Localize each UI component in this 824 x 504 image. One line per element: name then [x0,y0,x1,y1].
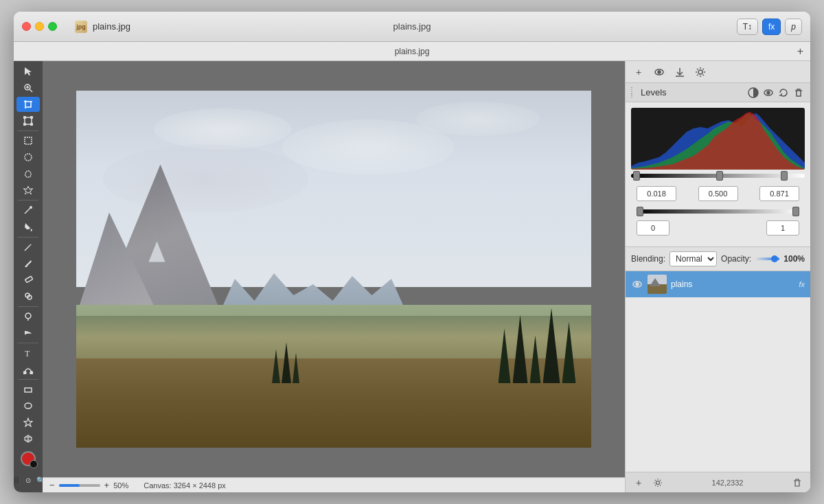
traffic-lights [22,22,57,31]
canvas-area[interactable]: − + 50% Canvas: 3264 × 2448 px [43,61,625,492]
levels-reset-button[interactable] [777,87,790,99]
tool-circle-mini[interactable]: ⊙ [23,474,34,487]
background-color[interactable] [30,460,38,468]
panel-settings-button[interactable] [693,65,708,80]
layers-bottom: + 142,2332 [626,472,810,492]
tool-select[interactable] [16,64,40,80]
panel-download-button[interactable] [672,65,687,80]
tool-clone[interactable] [16,288,40,304]
tool-paintbrush[interactable] [16,255,40,271]
svg-point-29 [25,403,32,409]
main-area: T [14,61,810,492]
trees-right [499,308,576,383]
tool-black-white[interactable]: ⬛ [14,474,21,487]
output-black-handle[interactable] [637,207,643,216]
levels-mid-input[interactable] [698,186,738,201]
svg-line-17 [25,208,30,214]
zoom-percent: 50% [113,481,128,490]
output-white-input[interactable] [766,220,799,236]
output-levels [631,204,805,241]
histogram-container [626,102,810,247]
tool-separator-3 [18,237,38,238]
tool-smudge[interactable] [16,325,40,341]
output-black-input[interactable] [637,220,670,236]
input-black-handle[interactable] [633,171,640,181]
levels-black-input[interactable] [637,186,676,201]
levels-drag-handle[interactable] [631,88,637,98]
opacity-value: 100% [783,254,805,264]
svg-point-39 [698,70,702,74]
opacity-handle[interactable] [771,255,778,262]
levels-inputs [631,183,805,204]
tool-text[interactable]: T [16,345,40,361]
levels-panel: Levels [626,83,810,247]
layer-visibility-toggle[interactable] [631,278,643,290]
blending-label: Blending: [631,254,665,264]
levels-visibility-button[interactable] [762,87,775,99]
opacity-slider[interactable] [755,257,779,260]
tool-pencil[interactable] [16,239,40,255]
input-white-handle[interactable] [781,171,788,181]
blending-row: Blending: Normal Opacity: 100% [626,247,810,271]
delete-layer-button[interactable] [790,475,805,490]
close-button[interactable] [22,22,31,31]
tool-eraser[interactable] [16,272,40,288]
levels-delete-button[interactable] [792,87,805,99]
trees-center [272,342,299,383]
svg-point-36 [658,71,661,73]
svg-line-19 [25,245,30,251]
svg-point-13 [24,123,26,125]
tool-3d[interactable] [16,431,40,447]
tool-transform[interactable] [16,113,40,128]
tool-color-picker[interactable] [16,203,40,218]
panel-add-button[interactable]: + [631,65,646,80]
fx-mode-button[interactable]: fx [762,19,781,35]
layer-fx-button[interactable]: fx [799,280,805,288]
p-mode-button[interactable]: p [785,19,802,35]
tool-fuzzy-select[interactable] [16,182,40,198]
tool-dodge-burn[interactable] [16,308,40,324]
tool-ellipse-select[interactable] [16,150,40,165]
transform-mode-button[interactable]: T↕ [737,19,758,35]
levels-contrast-button[interactable] [747,87,759,99]
add-panel-button[interactable]: + [797,45,803,58]
svg-point-14 [31,123,33,125]
layer-settings-button[interactable] [650,475,665,490]
tool-bucket-fill[interactable] [16,219,40,235]
tool-rect-select[interactable] [16,133,40,149]
tree-1 [499,328,511,383]
zoom-plus[interactable]: + [104,480,110,490]
tool-crop[interactable] [16,97,40,113]
tree-4 [543,308,560,383]
svg-marker-30 [24,418,32,426]
input-mid-handle[interactable] [716,171,723,181]
panel-eye-button[interactable] [652,65,667,80]
tool-free-select[interactable] [16,166,40,182]
svg-point-45 [656,481,660,484]
layers-list: plains fx [626,271,810,472]
levels-white-input[interactable] [759,186,799,201]
panel-toolbar: + [626,61,810,83]
output-white-handle[interactable] [792,207,799,216]
main-window: jpg plains.jpg plains.jpg T↕ fx p plains… [14,12,810,492]
layer-item[interactable]: plains fx [626,271,810,297]
maximize-button[interactable] [48,22,57,31]
histogram[interactable] [631,108,805,170]
svg-point-12 [31,116,33,118]
tool-rect-draw[interactable] [16,382,40,398]
svg-point-18 [30,206,32,209]
right-panel: + Levels [625,61,810,492]
tool-path[interactable] [16,362,40,378]
tab-label[interactable]: plains.jpg [93,21,130,32]
tool-star[interactable] [16,415,40,431]
blending-mode-select[interactable]: Normal [670,251,717,266]
tool-ellipse-draw[interactable] [16,398,40,414]
minimize-button[interactable] [35,22,44,31]
tool-zoom[interactable] [16,80,40,96]
svg-point-27 [30,371,33,374]
add-layer-button[interactable]: + [631,475,646,490]
zoom-minus[interactable]: − [49,480,55,490]
zoom-slider[interactable] [59,484,100,487]
color-area [16,448,41,470]
fx-icon: fx [768,22,775,32]
